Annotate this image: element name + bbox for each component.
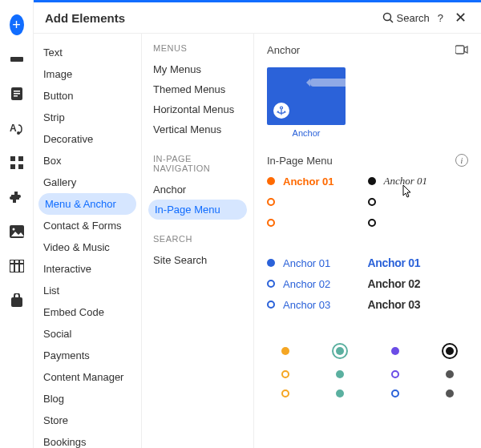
svg-rect-9 (10, 164, 15, 169)
preview-column: Anchor Anchor (254, 34, 481, 448)
category-list[interactable]: List (34, 280, 141, 301)
svg-rect-0 (10, 57, 23, 62)
dot-style-black[interactable] (435, 343, 465, 359)
subcategory-list: MENUS My Menus Themed Menus Horizontal M… (142, 34, 254, 448)
sub-anchor[interactable]: Anchor (142, 180, 253, 200)
menu-style-italic-label: Anchor 01 (384, 175, 428, 188)
category-content-manager[interactable]: Content Manager (34, 366, 141, 388)
help-button[interactable]: ? (438, 12, 443, 24)
left-rail: + A (0, 0, 34, 448)
dot-style-blue-ring[interactable] (380, 389, 410, 398)
add-elements-panel: Add Elements Search ? ✕ Text Image Butto… (34, 0, 481, 448)
dot-style-violet[interactable] (380, 343, 410, 359)
store-icon[interactable] (10, 293, 24, 308)
menu-style-condensed[interactable]: Anchor 01 Anchor 02 Anchor 03 (368, 255, 469, 337)
category-social[interactable]: Social (34, 323, 141, 345)
menu-cond-1: Anchor 01 (368, 256, 421, 269)
category-bookings[interactable]: Bookings (34, 431, 141, 448)
sub-in-page-menu[interactable]: In-Page Menu (148, 200, 247, 220)
menu-blue-1: Anchor 01 (283, 257, 330, 269)
data-icon[interactable] (10, 259, 24, 273)
svg-rect-2 (14, 91, 20, 92)
dot-style-amber-ring2[interactable] (270, 389, 301, 398)
svg-point-18 (383, 14, 390, 21)
dot-style-teal-solid[interactable] (325, 370, 355, 378)
search-icon (382, 12, 394, 23)
anchor-section-title: Anchor (267, 44, 300, 56)
add-icon[interactable]: + (10, 18, 24, 32)
svg-rect-13 (10, 260, 24, 272)
menu-blue-3: Anchor 03 (283, 299, 330, 311)
design-icon[interactable]: A (10, 121, 24, 135)
menu-style-italic[interactable]: Anchor 01 (368, 173, 469, 255)
sub-themed-menus[interactable]: Themed Menus (142, 79, 253, 99)
category-interactive[interactable]: Interactive (34, 258, 141, 280)
svg-text:A: A (10, 123, 17, 134)
inpage-menu-samples: Anchor 01 Anchor 01 Anchor 01 Anchor 02 … (267, 173, 468, 337)
category-gallery[interactable]: Gallery (34, 172, 141, 193)
category-box[interactable]: Box (34, 150, 141, 172)
category-list: Text Image Button Strip Decorative Box G… (34, 34, 142, 448)
svg-rect-4 (14, 95, 18, 97)
svg-rect-3 (14, 93, 20, 95)
category-menu-anchor[interactable]: Menu & Anchor (38, 193, 136, 215)
category-decorative[interactable]: Decorative (34, 128, 141, 150)
menu-blue-2: Anchor 02 (283, 278, 330, 290)
search-button[interactable]: Search (382, 12, 430, 24)
section-icon[interactable] (10, 52, 24, 67)
sub-my-menus[interactable]: My Menus (142, 59, 253, 79)
anchor-icon (273, 103, 289, 119)
anchor-caption: Anchor (267, 125, 346, 138)
panel-title: Add Elements (45, 11, 374, 25)
dot-style-grey[interactable] (435, 370, 465, 378)
svg-rect-7 (10, 156, 15, 161)
menu-style-orange-label: Anchor 01 (283, 176, 334, 188)
panel-body: Text Image Button Strip Decorative Box G… (34, 34, 481, 448)
menu-style-orange[interactable]: Anchor 01 (267, 173, 368, 255)
menu-cond-3: Anchor 03 (368, 298, 421, 311)
sub-site-search[interactable]: Site Search (142, 250, 253, 270)
addons-icon[interactable] (10, 190, 24, 204)
dot-style-teal[interactable] (325, 343, 355, 359)
dot-style-amber[interactable] (270, 343, 301, 359)
dot-style-violet-ring[interactable] (380, 370, 410, 378)
category-video-music[interactable]: Video & Music (34, 236, 141, 258)
sub-horizontal-menus[interactable]: Horizontal Menus (142, 99, 253, 119)
apps-icon[interactable] (10, 155, 24, 170)
panel-header: Add Elements Search ? ✕ (34, 2, 481, 34)
svg-rect-17 (11, 297, 22, 307)
svg-point-12 (12, 228, 14, 231)
category-payments[interactable]: Payments (34, 345, 141, 366)
search-label: Search (397, 12, 430, 24)
menu-style-blue[interactable]: Anchor 01 Anchor 02 Anchor 03 (267, 255, 368, 337)
svg-point-6 (17, 131, 20, 135)
category-strip[interactable]: Strip (34, 107, 141, 128)
dot-style-grey2[interactable] (435, 389, 465, 398)
close-button[interactable]: ✕ (451, 10, 470, 25)
menu-cond-2: Anchor 02 (368, 277, 421, 290)
category-image[interactable]: Image (34, 63, 141, 85)
media-icon[interactable] (10, 224, 24, 239)
category-embed[interactable]: Embed Code (34, 301, 141, 323)
svg-line-19 (390, 20, 393, 23)
anchor-element-preview[interactable]: Anchor (267, 67, 346, 138)
page-icon[interactable] (10, 87, 24, 101)
svg-rect-10 (18, 164, 23, 169)
sub-label-search: SEARCH (142, 234, 253, 250)
sub-label-inpage: IN-PAGE NAVIGATION (142, 154, 253, 180)
category-text[interactable]: Text (34, 42, 141, 63)
info-icon[interactable]: i (455, 154, 468, 167)
category-contact-forms[interactable]: Contact & Forms (34, 215, 141, 236)
category-button[interactable]: Button (34, 85, 141, 107)
dot-menu-styles (267, 337, 468, 404)
category-store[interactable]: Store (34, 410, 141, 431)
sub-vertical-menus[interactable]: Vertical Menus (142, 119, 253, 139)
sub-label-menus: MENUS (142, 43, 253, 59)
video-preview-icon[interactable] (455, 43, 468, 56)
svg-rect-8 (18, 156, 23, 161)
dot-style-amber-ring[interactable] (270, 370, 301, 378)
svg-rect-20 (455, 46, 464, 54)
inpage-section-title: In-Page Menu (267, 155, 333, 167)
category-blog[interactable]: Blog (34, 388, 141, 410)
dot-style-teal-solid2[interactable] (325, 389, 355, 398)
